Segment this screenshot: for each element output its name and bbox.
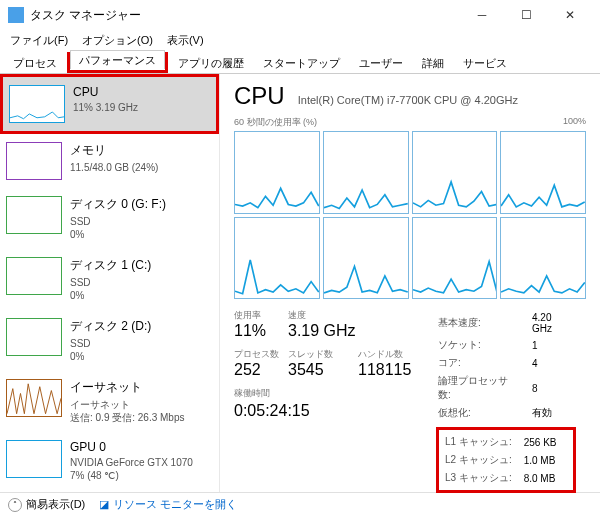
tab-processes[interactable]: プロセス — [4, 52, 66, 74]
cpu-core-cell — [234, 217, 320, 300]
stat-hnd: 118115 — [358, 361, 418, 379]
stat-uptime: 0:05:24:15 — [234, 402, 418, 420]
page-title: CPU — [234, 82, 285, 110]
resource-monitor-link[interactable]: ◪ リソース モニターを開く — [99, 497, 237, 512]
menu-options[interactable]: オプション(O) — [76, 31, 159, 50]
sidebar-item-disk0[interactable]: ディスク 0 (G: F:)SSD0% — [0, 188, 219, 249]
stat-util: 11% — [234, 322, 288, 340]
tab-app-history[interactable]: アプリの履歴 — [169, 52, 253, 74]
cpu-core-cell — [323, 131, 409, 214]
collapse-button[interactable]: ˄ 簡易表示(D) — [8, 497, 85, 512]
chart-label: 60 秒間の使用率 (%) — [234, 116, 317, 129]
cpu-name: CPU — [73, 85, 138, 99]
mem-name: メモリ — [70, 142, 158, 159]
maximize-button[interactable]: ☐ — [504, 0, 548, 30]
stat-thr: 3545 — [288, 361, 358, 379]
tab-services[interactable]: サービス — [454, 52, 516, 74]
stat-speed: 3.19 GHz — [288, 322, 358, 340]
chevron-up-icon: ˄ — [8, 498, 22, 512]
sidebar-item-ethernet[interactable]: イーサネットイーサネット送信: 0.9 受信: 26.3 Mbps — [0, 371, 219, 432]
sidebar-item-memory[interactable]: メモリ11.5/48.0 GB (24%) — [0, 134, 219, 188]
chart-max: 100% — [563, 116, 586, 129]
cpu-sub: 11% 3.19 GHz — [73, 101, 138, 114]
sidebar-item-disk2[interactable]: ディスク 2 (D:)SSD0% — [0, 310, 219, 371]
monitor-icon: ◪ — [99, 498, 109, 511]
sidebar-item-disk1[interactable]: ディスク 1 (C:)SSD0% — [0, 249, 219, 310]
cpu-core-cell — [412, 217, 498, 300]
window-title: タスク マネージャー — [30, 7, 460, 24]
cpu-core-cell — [323, 217, 409, 300]
l3-cache: 8.0 MB — [524, 470, 567, 486]
mem-sub: 11.5/48.0 GB (24%) — [70, 161, 158, 174]
cpu-core-cell — [500, 131, 586, 214]
minimize-button[interactable]: ─ — [460, 0, 504, 30]
l2-cache: 1.0 MB — [524, 452, 567, 468]
tab-startup[interactable]: スタートアップ — [254, 52, 349, 74]
cpu-chart-grid — [234, 131, 586, 299]
sidebar-item-gpu0[interactable]: GPU 0NVIDIA GeForce GTX 10707% (48 ℃) — [0, 432, 219, 490]
sidebar-item-cpu[interactable]: CPU11% 3.19 GHz — [3, 77, 216, 131]
tab-performance[interactable]: パフォーマンス — [70, 50, 165, 69]
cpu-core-cell — [234, 131, 320, 214]
stat-proc: 252 — [234, 361, 288, 379]
app-icon — [8, 7, 24, 23]
tab-users[interactable]: ユーザー — [350, 52, 412, 74]
cpu-core-cell — [500, 217, 586, 300]
menu-view[interactable]: 表示(V) — [161, 31, 210, 50]
cpu-core-cell — [412, 131, 498, 214]
tab-details[interactable]: 詳細 — [413, 52, 453, 74]
cpu-model: Intel(R) Core(TM) i7-7700K CPU @ 4.20GHz — [298, 94, 518, 106]
menu-file[interactable]: ファイル(F) — [4, 31, 74, 50]
close-button[interactable]: ✕ — [548, 0, 592, 30]
base-speed: 4.20 GHz — [532, 311, 584, 335]
l1-cache: 256 KB — [524, 434, 567, 450]
